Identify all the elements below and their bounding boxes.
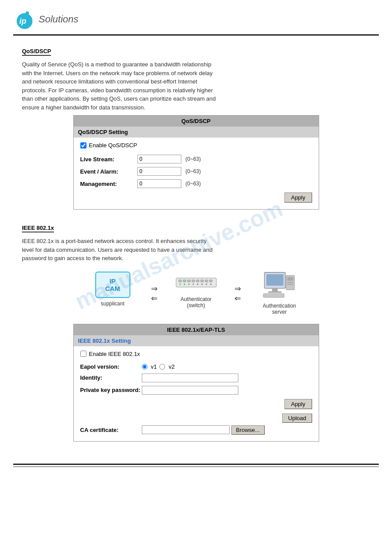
svg-point-19 — [210, 283, 211, 285]
arrow-double-2: ⇒ ⇐ — [234, 285, 241, 302]
ieee-apply-row: Apply — [80, 399, 312, 409]
eapol-row: Eapol version: v1 v2 — [80, 363, 312, 370]
enable-qos-row[interactable]: Enable QoS/DSCP — [80, 142, 312, 149]
upload-row: Upload — [80, 414, 312, 423]
svg-rect-10 — [205, 279, 208, 282]
privkey-row: Private key password: — [80, 386, 312, 395]
qos-panel-header: QoS/DSCP — [74, 116, 319, 127]
svg-rect-22 — [272, 288, 277, 291]
svg-rect-26 — [287, 282, 293, 283]
svg-rect-25 — [287, 277, 293, 281]
logo-icon: ip — [13, 8, 36, 31]
arrow-2: ⇒ ⇐ — [225, 272, 251, 302]
eapol-v1-label: v1 — [151, 363, 157, 370]
ipcam-box: IP CAM — [95, 272, 130, 298]
ca-file-input[interactable] — [142, 425, 230, 434]
svg-point-18 — [205, 283, 207, 285]
diagram-switch: Authenticator(switch) — [168, 272, 225, 308]
ca-section: Upload CA certificate: Browse... — [80, 414, 312, 435]
svg-point-2 — [25, 11, 29, 15]
svg-rect-7 — [192, 279, 195, 282]
privkey-input[interactable] — [142, 386, 238, 395]
qos-panel: QoS/DSCP QoS/DSCP Setting Enable QoS/DSC… — [73, 115, 319, 210]
diagram-server: Authenticationserver — [251, 272, 308, 315]
ieee-panel-subheader: IEEE 802.1x Setting — [74, 335, 319, 346]
svg-point-17 — [201, 283, 202, 285]
svg-rect-11 — [209, 279, 212, 282]
arrow-1: ⇒ ⇐ — [141, 272, 168, 302]
svg-rect-21 — [266, 274, 283, 286]
ca-input-group: Browse... — [142, 425, 265, 435]
management-hint: (0~63) — [186, 181, 201, 187]
footer-divider-bottom — [13, 466, 379, 467]
qos-panel-subheader: QoS/DSCP Setting — [74, 127, 319, 138]
ipcam-label-cam: CAM — [105, 285, 120, 292]
arrow-right-icon-1: ⇒ — [151, 285, 158, 293]
diagram-ipcam: IP CAM supplicant — [84, 272, 141, 307]
svg-rect-8 — [196, 279, 199, 282]
svg-rect-3 — [176, 278, 216, 287]
live-stream-label: Live Stream: — [80, 156, 137, 163]
server-svg — [262, 272, 297, 300]
management-row: Management: (0~63) — [80, 179, 312, 188]
qos-apply-button[interactable]: Apply — [284, 192, 312, 203]
page-wrapper: manualsarchive.com ip Solutions QoS/DSCP… — [0, 0, 392, 555]
eapol-v1-radio[interactable] — [142, 364, 147, 370]
ipcam-caption: supplicant — [101, 301, 124, 307]
ieee-section-title: IEEE 802.1x — [22, 225, 54, 232]
enable-qos-checkbox[interactable] — [80, 142, 86, 149]
ca-row: CA certificate: Browse... — [80, 425, 312, 435]
eapol-options: v1 v2 — [142, 363, 175, 370]
network-diagram: IP CAM supplicant ⇒ ⇐ — [22, 272, 370, 315]
eapol-v2-label: v2 — [169, 363, 175, 370]
eapol-v2-radio[interactable] — [159, 364, 165, 370]
ieee-panel: IEEE 802.1x/EAP-TLS IEEE 802.1x Setting … — [73, 324, 319, 442]
ca-label: CA certificate: — [80, 427, 142, 433]
svg-point-12 — [179, 283, 180, 285]
svg-rect-5 — [183, 279, 186, 282]
browse-button[interactable]: Browse... — [231, 425, 265, 435]
live-stream-input[interactable] — [137, 155, 181, 163]
ieee-apply-button[interactable]: Apply — [284, 399, 312, 409]
header: ip Solutions — [0, 0, 392, 31]
management-input[interactable] — [137, 179, 181, 188]
logo-text: Solutions — [39, 14, 79, 25]
server-caption: Authenticationserver — [263, 303, 296, 315]
svg-rect-23 — [268, 291, 281, 293]
qos-panel-body: Enable QoS/DSCP Live Stream: (0~63) Even… — [74, 138, 319, 209]
footer-area — [0, 472, 392, 489]
arrow-left-icon-2: ⇐ — [234, 294, 241, 302]
footer-divider-top — [13, 464, 379, 465]
qos-description: Quality of Service (QoS) is a method to … — [22, 60, 370, 112]
enable-ieee-checkbox[interactable] — [80, 351, 86, 357]
svg-rect-27 — [287, 283, 293, 285]
live-stream-row: Live Stream: (0~63) — [80, 155, 312, 163]
switch-caption: Authenticator(switch) — [180, 296, 212, 308]
identity-input[interactable] — [142, 374, 238, 382]
svg-text:ip: ip — [19, 17, 26, 25]
enable-ieee-row[interactable]: Enable IEEE 802.1x — [80, 351, 312, 357]
ipcam-label-ip: IP — [109, 277, 115, 285]
svg-rect-28 — [263, 294, 284, 297]
enable-ieee-label: Enable IEEE 802.1x — [89, 351, 140, 357]
identity-row: Identity: — [80, 374, 312, 382]
svg-point-13 — [183, 283, 185, 285]
svg-point-16 — [197, 283, 198, 285]
event-alarm-input[interactable] — [137, 167, 181, 176]
ieee-panel-body: Enable IEEE 802.1x Eapol version: v1 v2 … — [74, 346, 319, 441]
event-alarm-label: Event / Alarm: — [80, 168, 137, 175]
identity-label: Identity: — [80, 374, 142, 381]
upload-button[interactable]: Upload — [282, 414, 312, 423]
svg-point-14 — [188, 283, 189, 285]
eapol-label: Eapol version: — [80, 363, 142, 370]
svg-rect-6 — [187, 279, 191, 282]
arrow-right-icon-2: ⇒ — [234, 285, 241, 293]
enable-qos-label: Enable QoS/DSCP — [89, 142, 137, 149]
event-alarm-hint: (0~63) — [186, 168, 201, 174]
main-content: QoS/DSCP Quality of Service (QoS) is a m… — [0, 36, 392, 459]
ieee-panel-header: IEEE 802.1x/EAP-TLS — [74, 324, 319, 335]
live-stream-hint: (0~63) — [186, 156, 201, 162]
qos-section-title: QoS/DSCP — [22, 48, 51, 56]
svg-rect-9 — [201, 279, 204, 282]
event-alarm-row: Event / Alarm: (0~63) — [80, 167, 312, 176]
